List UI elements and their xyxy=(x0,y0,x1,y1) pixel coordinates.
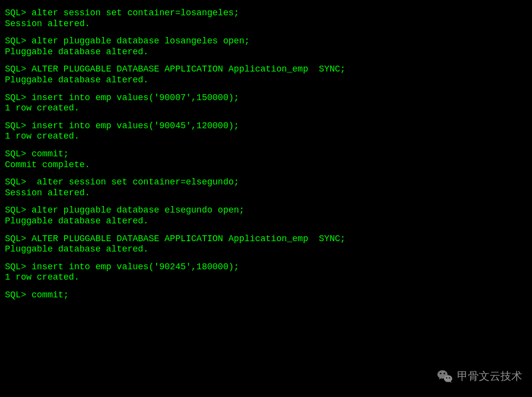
sql-command: ALTER PLUGGABLE DATABASE APPLICATION App… xyxy=(32,234,345,244)
sql-output: Pluggable database altered. xyxy=(5,244,527,255)
sql-command: commit; xyxy=(32,290,69,300)
sql-output: Pluggable database altered. xyxy=(5,47,527,58)
sql-prompt: SQL> xyxy=(5,8,32,18)
sql-prompt: SQL> xyxy=(5,262,32,272)
sql-command: insert into emp values('90045',120000); xyxy=(32,121,239,131)
sql-command-line: SQL> insert into emp values('90245',1800… xyxy=(5,262,527,273)
sql-output: 1 row created. xyxy=(5,103,527,114)
sql-prompt: SQL> xyxy=(5,64,32,74)
sql-command-line: SQL> insert into emp values('90045',1200… xyxy=(5,121,527,132)
terminal-block: SQL> ALTER PLUGGABLE DATABASE APPLICATIO… xyxy=(5,234,527,255)
terminal-block: SQL> insert into emp values('90007',1500… xyxy=(5,93,527,114)
sql-prompt: SQL> xyxy=(5,149,32,159)
terminal-block: SQL> ALTER PLUGGABLE DATABASE APPLICATIO… xyxy=(5,64,527,85)
sql-command: insert into emp values('90245',180000); xyxy=(32,262,239,272)
sql-command-line: SQL> commit; xyxy=(5,290,527,301)
sql-command-line: SQL> alter session set container=elsegun… xyxy=(5,177,527,188)
sql-output: 1 row created. xyxy=(5,131,527,142)
svg-point-4 xyxy=(446,377,447,378)
sql-command-line: SQL> insert into emp values('90007',1500… xyxy=(5,93,527,104)
sql-prompt: SQL> xyxy=(5,121,32,131)
sql-command: ALTER PLUGGABLE DATABASE APPLICATION App… xyxy=(32,64,345,74)
terminal-block: SQL> insert into emp values('90045',1200… xyxy=(5,121,527,142)
sql-command-line: SQL> ALTER PLUGGABLE DATABASE APPLICATIO… xyxy=(5,234,527,245)
svg-point-3 xyxy=(444,375,452,382)
terminal-block: SQL> alter session set container=elsegun… xyxy=(5,177,527,198)
watermark-label: 甲骨文云技术 xyxy=(457,370,522,383)
sql-command: alter session set container=elsegundo; xyxy=(32,177,239,187)
sql-output: Session altered. xyxy=(5,188,527,199)
sql-prompt: SQL> xyxy=(5,93,32,103)
wechat-watermark: 甲骨文云技术 xyxy=(436,368,522,385)
sql-output: 1 row created. xyxy=(5,272,527,283)
terminal-block: SQL> commit; Commit complete. xyxy=(5,149,527,170)
terminal-block: SQL> insert into emp values('90245',1800… xyxy=(5,262,527,283)
terminal-block: SQL> alter pluggable database losangeles… xyxy=(5,36,527,57)
sql-prompt: SQL> xyxy=(5,205,32,215)
sql-command-line: SQL> commit; xyxy=(5,149,527,160)
sql-command-line: SQL> alter pluggable database losangeles… xyxy=(5,36,527,47)
sql-command: alter session set container=losangeles; xyxy=(32,8,239,18)
svg-point-2 xyxy=(444,373,445,374)
sql-command: alter pluggable database elsegundo open; xyxy=(32,205,244,215)
sql-command: commit; xyxy=(32,149,69,159)
sql-prompt: SQL> xyxy=(5,290,32,300)
sql-terminal[interactable]: SQL> alter session set container=losange… xyxy=(5,8,527,300)
terminal-block: SQL> alter pluggable database elsegundo … xyxy=(5,205,527,226)
wechat-icon xyxy=(436,368,453,385)
sql-command: insert into emp values('90007',150000); xyxy=(32,93,239,103)
sql-output: Session altered. xyxy=(5,19,527,30)
sql-output: Pluggable database altered. xyxy=(5,75,527,86)
sql-command-line: SQL> ALTER PLUGGABLE DATABASE APPLICATIO… xyxy=(5,64,527,75)
sql-command: alter pluggable database losangeles open… xyxy=(32,36,250,46)
sql-command-line: SQL> alter session set container=losange… xyxy=(5,8,527,19)
svg-point-1 xyxy=(440,373,441,374)
sql-prompt: SQL> xyxy=(5,177,32,187)
terminal-block: SQL> commit; xyxy=(5,290,527,301)
sql-output: Pluggable database altered. xyxy=(5,216,527,227)
terminal-block: SQL> alter session set container=losange… xyxy=(5,8,527,29)
sql-prompt: SQL> xyxy=(5,234,32,244)
sql-command-line: SQL> alter pluggable database elsegundo … xyxy=(5,205,527,216)
sql-output: Commit complete. xyxy=(5,160,527,171)
svg-point-5 xyxy=(449,377,450,378)
sql-prompt: SQL> xyxy=(5,36,32,46)
